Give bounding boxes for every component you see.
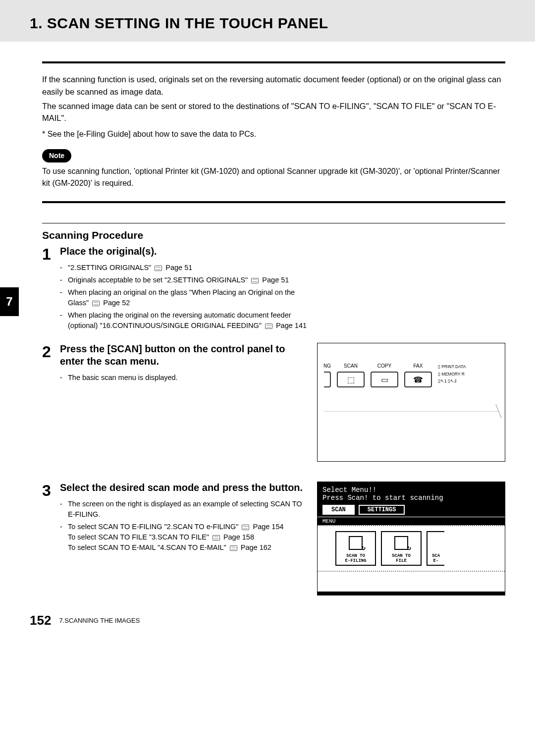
chapter-tab: 7 <box>0 287 19 316</box>
document-icon <box>394 536 408 550</box>
chapter-label: 7.SCANNING THE IMAGES <box>59 617 140 624</box>
panel-button-fax[interactable]: ☎ <box>404 372 432 387</box>
book-icon <box>213 535 220 540</box>
bullet-item: The screen on the right is displayed as … <box>60 499 307 520</box>
bullet-item: When placing the original on the reversi… <box>60 310 308 331</box>
panel-button-copy[interactable]: ▭ <box>371 372 398 387</box>
intro-paragraph-2: The scanned image data can be sent or st… <box>42 100 505 125</box>
step-bullets: The screen on the right is displayed as … <box>60 499 307 553</box>
bullet-item: When placing an original on the glass "W… <box>60 287 308 308</box>
touch-screen-figure: Select Menu!! Press Scan! to start scann… <box>317 482 505 595</box>
step-title: Select the desired scan mode and press t… <box>60 482 307 494</box>
divider-thin <box>42 223 505 223</box>
scan-to-efiling-button[interactable]: SCAN TO E-FILING <box>335 531 376 566</box>
screen-tab-scan[interactable]: SCAN <box>322 505 355 515</box>
panel-label-scan: SCAN <box>344 363 358 369</box>
page-footer: 152 7.SCANNING THE IMAGES <box>0 595 535 648</box>
bullet-item: "2.SETTING ORIGINALS" Page 51 <box>60 263 308 273</box>
section-heading: Scanning Procedure <box>42 229 505 241</box>
step-bullets: The basic scan menu is displayed. <box>60 373 307 383</box>
screen-menu-label: MENU <box>318 517 505 525</box>
step-3: 3 Select the desired scan mode and press… <box>42 482 505 595</box>
intro-footnote: * See the [e-Filing Guide] about how to … <box>42 128 505 140</box>
control-panel-figure: NG SCAN ⬚ COPY <box>317 343 505 462</box>
page-title: 1. SCAN SETTING IN THE TOUCH PANEL <box>30 15 505 32</box>
scan-to-file-button[interactable]: SCAN TO FILE <box>381 531 422 566</box>
step-bullets: "2.SETTING ORIGINALS" Page 51 Originals … <box>60 263 308 331</box>
divider-thick <box>42 201 505 203</box>
page-header: 1. SCAN SETTING IN THE TOUCH PANEL <box>0 0 535 42</box>
step-1: 1 Place the original(s). "2.SETTING ORIG… <box>42 245 505 333</box>
screen-line-2: Press Scan! to start scanning <box>322 494 500 502</box>
book-icon <box>265 324 272 329</box>
panel-side-labels: ▯ PRINT DATA ▯ MEMORY R ▯↖1 ▯↖2 <box>438 363 466 384</box>
book-icon <box>155 266 162 271</box>
page-number: 152 <box>30 613 51 628</box>
bullet-item: To select SCAN TO E-FILING "2.SCAN TO e-… <box>60 522 307 553</box>
scan-to-email-button-partial[interactable]: SCA E- <box>427 531 444 566</box>
document-icon <box>349 536 363 550</box>
step-number: 2 <box>42 343 60 462</box>
fax-icon: ☎ <box>413 375 423 384</box>
step-title: Place the original(s). <box>60 245 505 258</box>
note-badge: Note <box>42 149 71 162</box>
copy-icon: ▭ <box>381 375 388 384</box>
bullet-item: The basic scan menu is displayed. <box>60 373 307 383</box>
panel-label-fax: FAX <box>414 363 423 369</box>
screen-line-1: Select Menu!! <box>322 486 500 494</box>
panel-button-scan[interactable]: ⬚ <box>337 372 365 387</box>
step-number: 1 <box>42 245 60 333</box>
note-text: To use scanning function, 'optional Prin… <box>42 165 505 189</box>
screen-white-bar <box>318 572 505 592</box>
book-icon <box>242 525 249 530</box>
panel-label-copy: COPY <box>377 363 391 369</box>
intro-section: If the scanning function is used, origin… <box>42 61 505 201</box>
step-number: 3 <box>42 482 60 595</box>
step-title: Press the [SCAN] button on the control p… <box>60 343 307 368</box>
panel-divider-line <box>323 411 499 412</box>
book-icon <box>251 278 259 283</box>
book-icon <box>92 301 100 306</box>
panel-label-partial: NG <box>323 363 331 369</box>
bullet-item: Originals acceptable to be set "2.SETTIN… <box>60 275 308 285</box>
screen-tab-settings[interactable]: SETTINGS <box>359 505 405 515</box>
step-2: 2 Press the [SCAN] button on the control… <box>42 343 505 462</box>
intro-paragraph-1: If the scanning function is used, origin… <box>42 73 505 98</box>
panel-button-partial <box>324 372 331 387</box>
scan-icon: ⬚ <box>347 375 355 384</box>
book-icon <box>230 545 237 551</box>
